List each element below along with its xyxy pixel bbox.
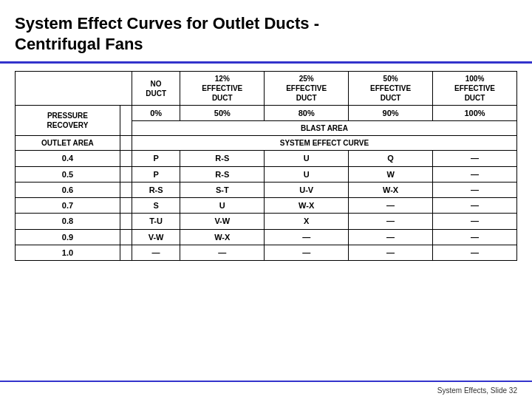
r4-v2: X xyxy=(265,214,349,229)
table-row: 1.0 — — — — — xyxy=(16,245,517,261)
r6-v3: — xyxy=(349,245,433,261)
outlet-area-08: 0.8 xyxy=(16,214,120,229)
r5-v0: V-W xyxy=(132,229,180,245)
r2-v4: — xyxy=(433,182,517,197)
footer: System Effects, Slide 32 xyxy=(0,381,532,399)
outlet-area-04: 0.4 xyxy=(16,151,120,166)
r0-v0: P xyxy=(132,151,180,166)
r5-v2: — xyxy=(265,229,349,245)
r0-v3: Q xyxy=(349,151,433,166)
r4-v4: — xyxy=(433,214,517,229)
r5-v3: — xyxy=(349,229,433,245)
r0-v1: R-S xyxy=(180,151,265,166)
r5-v1: W-X xyxy=(180,229,265,245)
blast-area-label: BLAST AREA xyxy=(132,121,516,136)
table-row: 0.4 P R-S U Q — xyxy=(16,151,517,166)
r0-v4: — xyxy=(433,151,517,166)
r2-v2: U-V xyxy=(265,182,349,197)
pr-50pct: 90% xyxy=(349,106,433,121)
r6-v2: — xyxy=(265,245,349,261)
r1-v2: U xyxy=(265,166,349,182)
col-header-50pct: 50% EFFECTIVE DUCT xyxy=(349,72,433,106)
r0-v2: U xyxy=(265,151,349,166)
outlet-area-10: 1.0 xyxy=(16,245,120,261)
r6-v1: — xyxy=(180,245,265,261)
r4-v3: — xyxy=(349,214,433,229)
table-row: 0.7 S U W-X — — xyxy=(16,198,517,214)
outlet-area-label: OUTLET AREA xyxy=(16,136,120,151)
pr-no-duct: 0% xyxy=(132,106,180,121)
r6-v4: — xyxy=(433,245,517,261)
outlet-area-06: 0.6 xyxy=(16,182,120,197)
r5-v4: — xyxy=(433,229,517,245)
pr-25pct: 80% xyxy=(265,106,349,121)
r2-v3: W-X xyxy=(349,182,433,197)
r4-v1: V-W xyxy=(180,214,265,229)
r1-v1: R-S xyxy=(180,166,265,182)
r2-v0: R-S xyxy=(132,182,180,197)
r1-v4: — xyxy=(433,166,517,182)
r3-v0: S xyxy=(132,198,180,214)
r3-v2: W-X xyxy=(265,198,349,214)
r3-v1: U xyxy=(180,198,265,214)
r6-v0: — xyxy=(132,245,180,261)
col-header-no-duct: NO DUCT xyxy=(132,72,180,106)
footer-text: System Effects, Slide 32 xyxy=(437,386,517,395)
r1-v3: W xyxy=(349,166,433,182)
r4-v0: T-U xyxy=(132,214,180,229)
r2-v1: S-T xyxy=(180,182,265,197)
outlet-area-07: 0.7 xyxy=(16,198,120,214)
r3-v3: — xyxy=(349,198,433,214)
header: System Effect Curves for Outlet Ducts - … xyxy=(0,0,532,64)
table-row: 0.8 T-U V-W X — — xyxy=(16,214,517,229)
pressure-recovery-label: PRESSURE RECOVERY xyxy=(16,106,120,136)
page: System Effect Curves for Outlet Ducts - … xyxy=(0,0,532,399)
system-effect-curve-label: SYSTEM EFFECT CURVE xyxy=(132,136,516,151)
col-header-25pct: 25% EFFECTIVE DUCT xyxy=(265,72,349,106)
col-header-12pct: 12% EFFECTIVE DUCT xyxy=(180,72,265,106)
table-row: 0.9 V-W W-X — — — xyxy=(16,229,517,245)
outlet-area-09: 0.9 xyxy=(16,229,120,245)
pr-12pct: 50% xyxy=(180,106,265,121)
pr-100pct: 100% xyxy=(433,106,517,121)
system-effect-table: NO DUCT 12% EFFECTIVE DUCT 25% EFFECTIVE… xyxy=(15,71,517,261)
outlet-area-05: 0.5 xyxy=(16,166,120,182)
pressure-recovery-row: PRESSURE RECOVERY 0% 50% 80% 90% 100% xyxy=(16,106,517,121)
col-header-100pct: 100% EFFECTIVE DUCT xyxy=(433,72,517,106)
outlet-area-header-row: OUTLET AREA SYSTEM EFFECT CURVE xyxy=(16,136,517,151)
r1-v0: P xyxy=(132,166,180,182)
table-row: 0.5 P R-S U W — xyxy=(16,166,517,182)
page-title: System Effect Curves for Outlet Ducts - … xyxy=(15,13,517,54)
table-row: 0.6 R-S S-T U-V W-X — xyxy=(16,182,517,197)
content-area: NO DUCT 12% EFFECTIVE DUCT 25% EFFECTIVE… xyxy=(0,64,532,381)
r3-v4: — xyxy=(433,198,517,214)
